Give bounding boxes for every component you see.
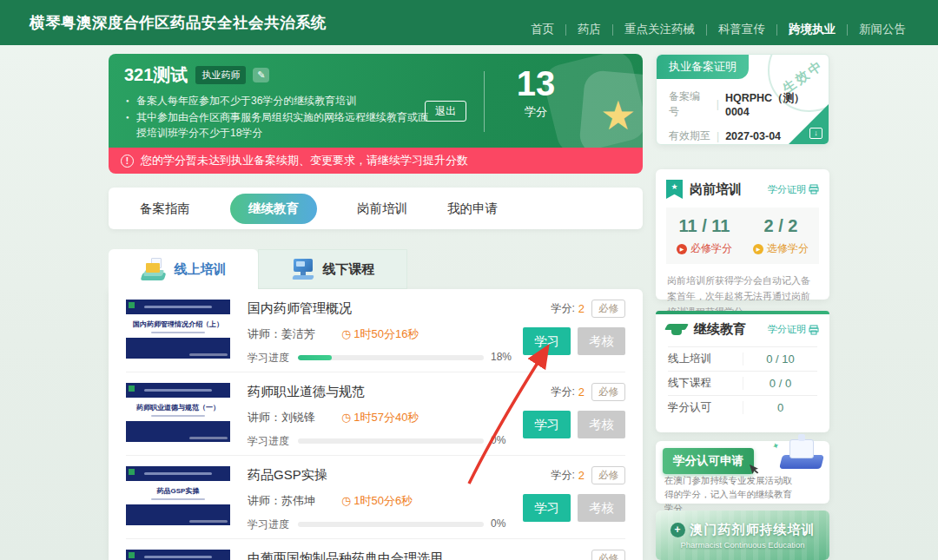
star-icon: ★	[600, 92, 636, 139]
table-row: 线上培训 0 / 10	[668, 346, 817, 371]
progress-label: 学习进度	[248, 434, 289, 449]
required-badge: 必修	[591, 466, 625, 484]
credit-info: 学分: 2 必修	[551, 300, 625, 318]
bookmark-star-icon: ★	[666, 180, 683, 199]
tab-pre-job-training[interactable]: 岗前培训	[357, 201, 407, 217]
nav-science[interactable]: 科普宣传	[707, 22, 776, 37]
course-row: 药品GSP实操 药品GSP实操 讲师：苏伟坤 ◷1时50分6秒 学习进度 0% …	[126, 456, 625, 539]
subtab-offline-courses[interactable]: 线下课程	[258, 249, 407, 289]
certificate-tag: 执业备案证明	[657, 55, 749, 79]
graduation-cap-icon	[666, 322, 687, 337]
credit-value: 2	[578, 469, 585, 482]
required-badge: 必修	[591, 300, 625, 318]
nav-news[interactable]: 新闻公告	[848, 22, 917, 37]
course-title: 国内药师管理概况	[248, 300, 352, 317]
divider	[484, 71, 485, 132]
nav-home[interactable]: 首页	[519, 22, 565, 37]
course-thumbnail[interactable]	[126, 550, 230, 560]
course-duration: ◷1时50分16秒	[341, 326, 419, 342]
banner-subtitle: Pharmacist Continuous Education	[680, 540, 804, 550]
printer-icon	[809, 325, 819, 335]
stamp-illustration: ✦	[776, 432, 826, 481]
credit-value: 2	[578, 302, 585, 315]
profile-card: ★ 321测试 执业药师 ✎ 备案人每年应参加不少于36学分的继续教育培训 其中…	[109, 54, 643, 148]
required-credits-value: 11 / 11	[666, 216, 743, 236]
tab-my-applications[interactable]: 我的申请	[447, 201, 498, 217]
exam-button[interactable]: 考核	[578, 411, 625, 438]
tab-filing-guide[interactable]: 备案指南	[140, 201, 190, 217]
top-nav: 首页 药店 重点关注药械 科普宣传 跨境执业 新闻公告	[519, 22, 917, 37]
nav-cross-border[interactable]: 跨境执业	[777, 22, 847, 37]
thumb-chip	[129, 302, 135, 308]
course-thumbnail[interactable]: 药品GSP实操	[126, 466, 230, 525]
credit-label: 学分:	[551, 385, 574, 399]
download-icon[interactable]: ↓	[809, 128, 822, 139]
logout-button[interactable]: 退出	[425, 101, 466, 122]
course-title: 中葡两国炮制品种药典中合理选用	[248, 550, 443, 560]
table-row: 线下课程 0 / 0	[668, 371, 817, 395]
clock-icon: ◷	[341, 494, 351, 507]
card-title: 继续教育	[694, 321, 746, 338]
elective-credits-value: 2 / 2	[743, 216, 819, 236]
credit-alert: ! 您的学分暂未达到执业备案续期、变更要求，请继续学习提升分数	[109, 148, 643, 174]
study-button[interactable]: 学习	[523, 411, 571, 438]
exam-button[interactable]: 考核	[578, 494, 625, 522]
progress-bar	[298, 522, 484, 527]
progress-percent: 18%	[491, 351, 512, 363]
clock-icon: ◷	[341, 411, 351, 424]
nav-pharmacy[interactable]: 药店	[566, 22, 612, 37]
subtab-online-label: 线上培训	[175, 261, 227, 278]
course-row: 国内药师管理情况介绍（上） 国内药师管理概况 讲师：姜洁芳 ◷1时50分16秒 …	[126, 289, 625, 372]
thumb-chip	[129, 469, 135, 475]
valid-until-date: 2027-03-04	[725, 130, 781, 142]
clock-icon: ◷	[341, 327, 351, 340]
required-credits-label: 必修学分	[690, 241, 732, 256]
app-title: 横琴粤澳深度合作区药品安全社会共治系统	[30, 12, 327, 33]
course-duration: ◷1时57分40秒	[341, 410, 419, 425]
subtab-offline-label: 线下课程	[323, 261, 375, 278]
course-row: 药师职业道德与规范（一） 药师职业道德与规范 讲师：刘锐锋 ◷1时57分40秒 …	[126, 372, 625, 456]
pre-job-training-card: ★ 岗前培训 学分证明 11 / 11 ▶必修学分 2 / 2 ▶选修学分 岗前…	[656, 169, 829, 300]
required-badge: 必修	[591, 383, 625, 401]
course-duration: ◷1时50分6秒	[341, 493, 413, 509]
tab-continuing-education[interactable]: 继续教育	[230, 194, 317, 224]
elective-credits-label: 选修学分	[767, 241, 809, 256]
progress-label: 学习进度	[248, 517, 289, 532]
thumb-chip	[129, 385, 135, 392]
progress-fill	[298, 355, 332, 360]
study-button[interactable]: 学习	[523, 327, 571, 355]
nav-key-drugs[interactable]: 重点关注药械	[613, 22, 706, 37]
main-tabs: 备案指南 继续教育 岗前培训 我的申请	[109, 188, 643, 229]
printer-icon	[809, 184, 819, 194]
course-title: 药师职业道德与规范	[248, 384, 365, 400]
credit-label: 学分:	[551, 468, 574, 483]
pretraining-stats: 11 / 11 ▶必修学分 2 / 2 ▶选修学分	[666, 208, 819, 264]
continuing-education-card: 继续教育 学分证明 线上培训 0 / 10 线下课程 0 / 0 学分认可 0	[656, 311, 829, 432]
exam-button[interactable]: 考核	[578, 327, 625, 355]
course-thumbnail[interactable]: 国内药师管理情况介绍（上）	[126, 300, 230, 359]
credit-certificate-link[interactable]: 学分证明	[768, 323, 819, 336]
offline-courses-icon	[291, 258, 315, 280]
banner-title: 澳门药剂师持续培训	[690, 522, 816, 538]
subtab-online-training[interactable]: 线上培训	[109, 249, 258, 289]
credit-recognition-card: 学分认可申请 在澳门参加持续专业发展活动取得的学分，记入当年的继续教育学分。 ✦	[656, 441, 829, 504]
credit-recognition-button[interactable]: 学分认可申请	[663, 448, 754, 474]
credit-info: 学分: 2 必修	[551, 466, 625, 484]
role-badge: 执业药师	[195, 66, 246, 84]
course-title: 药品GSP实操	[248, 467, 327, 484]
credit-certificate-link[interactable]: 学分证明	[768, 183, 819, 196]
table-row: 学分认可 0	[668, 395, 817, 419]
medical-cross-icon: +	[670, 523, 685, 537]
course-row: 中葡两国炮制品种药典中合理选用 必修	[126, 539, 625, 560]
credit-label: 学分:	[551, 301, 574, 316]
study-button[interactable]: 学习	[523, 494, 571, 522]
progress-label: 学习进度	[248, 351, 289, 366]
download-corner[interactable]	[789, 104, 829, 144]
edit-icon[interactable]: ✎	[253, 68, 269, 82]
course-teacher: 讲师：姜洁芳	[248, 326, 315, 342]
course-thumbnail[interactable]: 药师职业道德与规范（一）	[126, 383, 230, 442]
page: 横琴粤澳深度合作区药品安全社会共治系统 首页 药店 重点关注药械 科普宣传 跨境…	[0, 0, 938, 560]
macau-training-banner[interactable]: + 澳门药剂师持续培训 Pharmacist Continuous Educat…	[656, 511, 829, 560]
progress-percent: 0%	[491, 434, 505, 446]
online-training-icon	[141, 258, 167, 280]
